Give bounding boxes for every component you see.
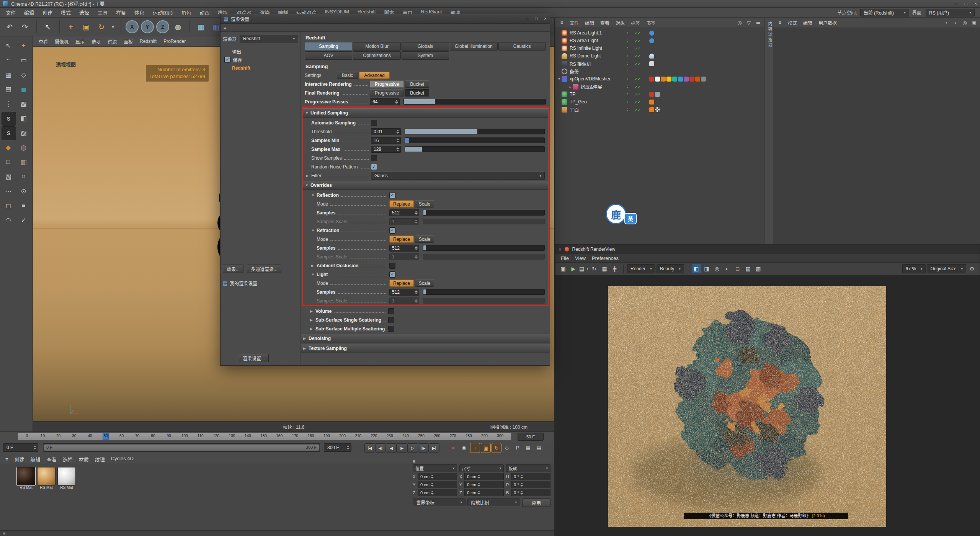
expander-icon[interactable]: ▼ — [311, 229, 317, 232]
empty-tool-icon[interactable]: ◻ — [2, 199, 15, 212]
render-region-tool-icon[interactable]: □ — [2, 155, 15, 168]
section-texture-sampling[interactable]: ▶Texture Sampling — [301, 344, 550, 353]
expander-icon[interactable]: ▼ — [311, 193, 317, 197]
param-slider[interactable] — [423, 289, 545, 295]
layer-dots-icon[interactable]: ∶ — [627, 46, 628, 51]
material-menu-编辑[interactable]: 编辑 — [28, 455, 44, 464]
tab-system[interactable]: System — [402, 51, 449, 60]
menu-tool-icon[interactable]: ≡ — [17, 199, 31, 212]
section-denoising[interactable]: ▶Denoising — [301, 334, 550, 343]
redo-icon[interactable]: ↷ — [18, 20, 32, 34]
undo-icon[interactable]: ↶ — [2, 20, 17, 34]
layer-dots-icon[interactable]: ∶ — [627, 107, 628, 112]
renderer-dropdown[interactable]: Redshift ▾ — [240, 35, 298, 42]
expander-icon[interactable]: ▼ — [311, 273, 317, 276]
attribute-manager-menu-用户数据[interactable]: 用户数据 — [815, 19, 840, 27]
viewport-menu-显示[interactable]: 显示 — [72, 38, 88, 46]
scale-tool-icon[interactable]: ▣ — [79, 20, 93, 34]
spinner-arrows-icon[interactable] — [396, 147, 399, 151]
tag-icon[interactable] — [649, 31, 654, 36]
layer-dots-icon[interactable]: ∶ — [627, 69, 628, 74]
aov-preview-icon[interactable]: ▨ — [754, 264, 763, 273]
tag-icon[interactable] — [649, 77, 654, 82]
crop-region-icon[interactable]: ╋ — [610, 264, 619, 273]
next-frame-button[interactable]: ▷ — [407, 443, 418, 453]
hamburger-icon[interactable]: ≡ — [3, 531, 5, 536]
x-axis-lock-button[interactable]: X — [126, 20, 139, 33]
ring-select-tool-icon[interactable]: ○ — [17, 170, 31, 183]
object-row-平面[interactable]: 平面∶✓✓ — [555, 106, 764, 113]
tag-icon[interactable] — [655, 77, 660, 82]
viewport-menu-面板[interactable]: 面板 — [120, 38, 136, 46]
tag-icon[interactable] — [649, 92, 654, 97]
visibility-checks-icon[interactable]: ✓✓ — [635, 46, 640, 51]
expander-icon[interactable]: ▶ — [310, 309, 315, 313]
renderview-menu-file[interactable]: File — [558, 255, 572, 262]
material-item[interactable]: RS Mat — [37, 467, 56, 490]
history-back-icon[interactable]: ‹ — [942, 19, 950, 26]
tag-icon[interactable] — [678, 77, 683, 82]
coordinates-header-dropdown[interactable]: 旋转▾ — [506, 464, 550, 472]
previous-frame-button[interactable]: ◀ — [386, 443, 397, 453]
tag-icon[interactable] — [701, 77, 706, 82]
tag-icon[interactable] — [661, 77, 666, 82]
interface-dropdown[interactable]: RS (用户) ▾ — [926, 9, 975, 16]
aov-dropdown[interactable]: Beauty▾ — [657, 264, 684, 273]
arc-tool-icon[interactable]: ◠ — [2, 214, 15, 227]
spinner-arrows-icon[interactable] — [396, 130, 399, 134]
tag-icon[interactable] — [655, 92, 660, 97]
hamburger-icon[interactable]: ≡ — [557, 19, 566, 26]
compare-snapshots-icon[interactable]: ◐ — [723, 264, 732, 273]
object-manager-menu-对象[interactable]: 对象 — [612, 19, 628, 27]
layer-dots-icon[interactable]: ∶ — [627, 54, 628, 59]
coordinate-field[interactable]: 0 cm — [464, 473, 504, 480]
layer-dots-icon[interactable]: ∶ — [627, 61, 628, 66]
fields-tool-icon[interactable]: ▩ — [17, 97, 31, 110]
material-menu-选择[interactable]: 选择 — [60, 455, 76, 464]
advanced-button[interactable]: Advanced — [359, 72, 389, 79]
checkbox-sub-surface-multiple-scattering[interactable] — [388, 326, 394, 332]
renderview-menu-preferences[interactable]: Preferences — [589, 255, 622, 262]
material-item[interactable]: RS Mat — [57, 467, 76, 490]
spinner-arrows-icon[interactable] — [346, 446, 350, 449]
spinner-arrows-icon[interactable] — [520, 475, 523, 479]
visibility-checks-icon[interactable]: ✓✓ — [635, 85, 640, 89]
bucket-button[interactable]: Bucket — [405, 80, 429, 88]
spinner-arrows-icon[interactable] — [477, 483, 480, 487]
sync-render-icon[interactable]: ↻ — [590, 264, 599, 273]
checkbox-ambient-occlusion[interactable] — [389, 263, 395, 269]
key-rotation-toggle[interactable]: ↻ — [492, 443, 501, 453]
autokeying-button[interactable]: ◉ — [459, 443, 469, 452]
goto-end-button[interactable]: ▶| — [429, 443, 439, 453]
goto-start-button[interactable]: |◀ — [364, 443, 375, 453]
tag-icon[interactable] — [649, 38, 654, 43]
progressive-render-icon[interactable]: ◨ — [702, 264, 711, 273]
layer-dots-icon[interactable]: ∶ — [627, 84, 628, 89]
spinner-arrows-icon[interactable] — [520, 483, 523, 487]
snap-points-tool-icon[interactable]: ⋮ — [2, 97, 15, 110]
tag-icon[interactable] — [684, 77, 689, 82]
viewport-menu-查看[interactable]: 查看 — [35, 38, 51, 46]
coordinate-field[interactable]: 0 ° — [511, 473, 550, 480]
basic-button[interactable]: Basic — [337, 72, 358, 79]
object-row-rs-area-light-1[interactable]: RS Area Light.1∶✓✓ — [555, 29, 764, 37]
menubar-item-角色[interactable]: 角色 — [177, 8, 195, 17]
spinner-arrows-icon[interactable] — [477, 475, 480, 479]
replace-button[interactable]: Replace — [389, 279, 414, 287]
expander-icon[interactable]: ▼ — [305, 111, 310, 115]
object-manager-menu-查看[interactable]: 查看 — [597, 19, 612, 27]
value-field[interactable]: 1 — [389, 297, 419, 304]
replace-button[interactable]: Replace — [389, 200, 414, 208]
expander-icon[interactable]: ▶ — [303, 346, 309, 350]
node-space-dropdown[interactable]: 当前 (Redshift) ▾ — [860, 9, 909, 16]
spinner-arrows-icon[interactable] — [477, 491, 480, 495]
object-row-rs-dome-light[interactable]: RS Dome Light∶✓✓ — [555, 52, 764, 60]
rotate-tool-icon[interactable]: ↻ — [94, 20, 109, 34]
volume-tool-icon[interactable]: ◼ — [17, 83, 31, 96]
menubar-item-创建[interactable]: 创建 — [38, 8, 57, 17]
solo-toggle[interactable]: ▦ — [524, 443, 533, 452]
dialog-minimize-button[interactable]: ─ — [526, 16, 529, 21]
add-object-tool-icon[interactable]: + — [17, 39, 31, 52]
hair-tool-icon[interactable]: ▨ — [17, 126, 31, 139]
spinner-arrows-icon[interactable] — [415, 246, 418, 250]
